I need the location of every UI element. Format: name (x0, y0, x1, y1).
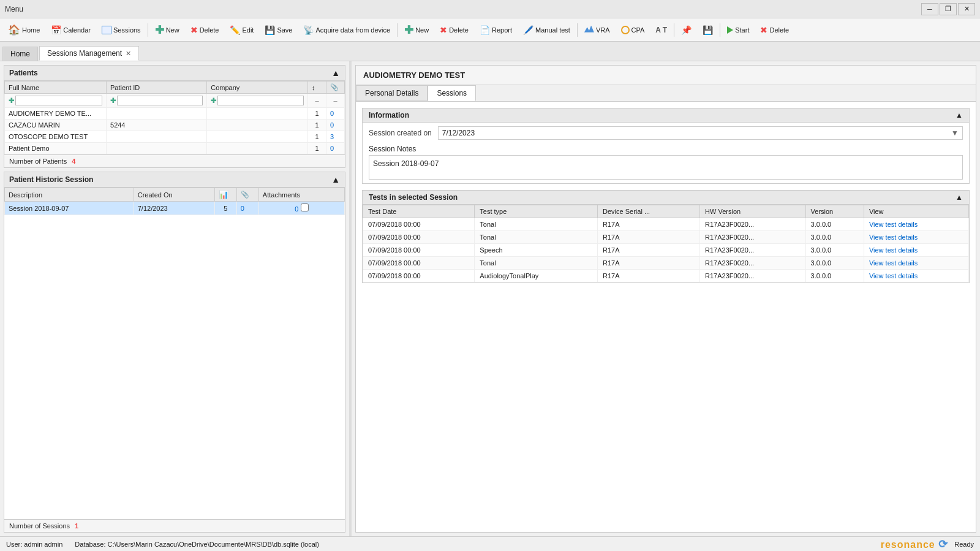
patient-link[interactable]: 3 (326, 131, 345, 143)
app-menu-label[interactable]: Menu (5, 5, 921, 13)
patient-link[interactable]: 0 (326, 120, 345, 131)
patient-link[interactable]: 0 (326, 108, 345, 120)
titlebar: Menu ─ ❐ ✕ (0, 0, 980, 18)
sort-icon: ↕ (312, 84, 315, 91)
test-type: Tonal (475, 257, 598, 270)
new-patient-button[interactable]: ✚ New (149, 21, 185, 39)
patients-title: Patients (9, 69, 38, 77)
table-row[interactable]: CAZACU MARIN 5244 1 0 (5, 120, 345, 131)
sessions-header: Patient Historic Session ▲ (4, 172, 345, 188)
filter-company-input[interactable] (217, 96, 304, 105)
manual-test-button[interactable]: 🖊️ Manual test (518, 21, 576, 39)
table-row[interactable]: 07/09/2018 00:00 Tonal R17A R17A23F0020.… (363, 231, 969, 244)
cpa-icon (621, 26, 630, 34)
table-row[interactable]: Patient Demo 1 0 (5, 143, 345, 154)
test-date: 07/09/2018 00:00 (363, 231, 475, 244)
calendar-button[interactable]: 📅 Calendar (45, 21, 96, 39)
tab-close-sessions[interactable]: ✕ (126, 50, 131, 58)
tests-header: Tests in selected Session ▲ (363, 191, 969, 205)
table-row[interactable]: 07/09/2018 00:00 Tonal R17A R17A23F0020.… (363, 257, 969, 270)
delete-patient-button[interactable]: ✖ Delete (185, 21, 225, 39)
test-view-link[interactable]: View test details (864, 257, 968, 270)
tab-sessions[interactable]: Sessions Management ✕ (39, 46, 139, 61)
pin-button[interactable]: 📌 (676, 21, 697, 39)
test-type: AudiologyTonalPlay (475, 270, 598, 283)
patient-count: 1 (308, 108, 326, 120)
vra-button[interactable]: VRA (579, 21, 616, 39)
session-created-on: 7/12/2023 (134, 202, 214, 215)
tabbar: Home Sessions Management ✕ (0, 42, 980, 61)
sessions-button[interactable]: Sessions (96, 21, 146, 39)
col-patientid: Patient ID (107, 82, 207, 94)
test-date: 07/09/2018 00:00 (363, 244, 475, 257)
session-notes-label: Session Notes (369, 145, 963, 153)
table-row[interactable]: 07/09/2018 00:00 Tonal R17A R17A23F0020.… (363, 218, 969, 231)
session-attachment-checkbox[interactable] (301, 203, 309, 211)
test-view-link[interactable]: View test details (864, 218, 968, 231)
statusbar-right: resonance ⟳ Ready (881, 538, 974, 551)
filter-fullname-input[interactable] (15, 96, 102, 105)
sessions-collapse-button[interactable]: ▲ (331, 175, 340, 184)
patients-count-bar: Number of Patients 4 (4, 154, 345, 167)
home-button[interactable]: 🏠 Home (2, 21, 45, 39)
toolbar-separator-4 (674, 23, 674, 37)
patient-company (207, 131, 308, 143)
tab-home[interactable]: Home (2, 47, 38, 61)
vra-icon (584, 26, 594, 34)
demo-title: AUDIOMETRY DEMO TEST (356, 66, 976, 85)
test-version: 3.0.0.0 (805, 257, 864, 270)
patient-id: 5244 (107, 120, 207, 131)
filter-minus2-cell: – (326, 94, 345, 108)
col-sort: ↕ (308, 82, 326, 94)
session-created-value-field[interactable]: 7/12/2023 ▼ (438, 126, 963, 140)
tab-home-label: Home (10, 50, 30, 58)
patient-link[interactable]: 0 (326, 143, 345, 154)
test-serial: R17A (598, 244, 700, 257)
tests-section: Tests in selected Session ▲ Test Date Te… (362, 190, 970, 283)
session-link1[interactable]: 0 (236, 202, 258, 215)
patients-filter-row: ✚ ✚ ✚ – – (5, 94, 345, 108)
information-header: Information ▲ (363, 108, 969, 123)
session-created-row: Session created on 7/12/2023 ▼ (363, 123, 969, 143)
cpa-button[interactable]: CPA (616, 21, 650, 39)
test-view-link[interactable]: View test details (864, 244, 968, 257)
close-button[interactable]: ✕ (958, 3, 975, 15)
sessions-col-desc: Description (5, 188, 134, 202)
at-button[interactable]: A T (650, 21, 673, 39)
test-view-link[interactable]: View test details (864, 231, 968, 244)
new-session-button[interactable]: ✚ New (399, 21, 434, 39)
information-collapse-icon[interactable]: ▲ (956, 111, 963, 120)
patients-collapse-button[interactable]: ▲ (331, 68, 340, 78)
tab-sessions-inner[interactable]: Sessions (428, 85, 476, 101)
acquire-button[interactable]: 📡 Acquire data from device (298, 21, 396, 39)
delete3-button[interactable]: ✖ Delete (755, 21, 794, 39)
filter-patientid-input[interactable] (117, 96, 203, 105)
save2-icon: 💾 (703, 25, 713, 35)
save2-button[interactable]: 💾 (697, 21, 718, 39)
test-view-link[interactable]: View test details (864, 270, 968, 283)
table-row[interactable]: 07/09/2018 00:00 AudiologyTonalPlay R17A… (363, 270, 969, 283)
filter-patientid-add-icon: ✚ (110, 97, 116, 105)
table-row[interactable]: Session 2018-09-07 7/12/2023 5 0 0 (5, 202, 345, 215)
table-row[interactable]: AUDIOMETRY DEMO TE... 1 0 (5, 108, 345, 120)
tests-collapse-icon[interactable]: ▲ (956, 193, 963, 202)
sessions-section-title: Patient Historic Session (9, 175, 93, 184)
paperclip2-icon: 📎 (241, 191, 249, 198)
patient-company (207, 108, 308, 120)
table-row[interactable]: OTOSCOPE DEMO TEST 1 3 (5, 131, 345, 143)
table-row[interactable]: 07/09/2018 00:00 Speech R17A R17A23F0020… (363, 244, 969, 257)
report-button[interactable]: 📄 Report (474, 21, 518, 39)
edit-button[interactable]: ✏️ Edit (224, 21, 259, 39)
delete-session-button[interactable]: ✖ Delete (434, 21, 474, 39)
toolbar-separator-2 (397, 23, 398, 37)
maximize-button[interactable]: ❐ (940, 3, 957, 15)
save-button[interactable]: 💾 Save (259, 21, 298, 39)
minimize-button[interactable]: ─ (921, 3, 938, 15)
delete-patient-icon: ✖ (190, 25, 198, 35)
test-type: Speech (475, 244, 598, 257)
tab-personal-details[interactable]: Personal Details (356, 85, 428, 101)
col-clip: 📎 (326, 82, 345, 94)
start-button[interactable]: Start (722, 21, 755, 39)
edit-icon: ✏️ (230, 25, 240, 35)
session-link2[interactable]: 0 (258, 202, 344, 215)
